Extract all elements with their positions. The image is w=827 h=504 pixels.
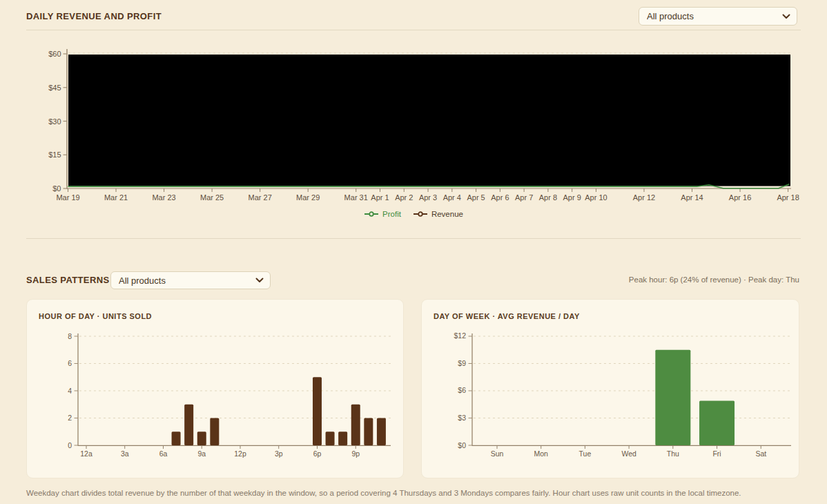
bar-hour-23 — [377, 418, 386, 446]
bar-hour-7 — [172, 432, 181, 445]
tick-label: Apr 3 — [419, 193, 437, 202]
day-of-week-card: DAY OF WEEK · AVG REVENUE / DAY $0$3$6$9… — [421, 299, 799, 478]
tick-label: Mar 31 — [344, 193, 368, 202]
chart-legend: Profit Revenue — [0, 210, 827, 218]
tick-label: $0 — [458, 441, 466, 449]
tick-label: $60 — [48, 50, 61, 58]
sales-patterns-title: SALES PATTERNS — [26, 275, 110, 285]
tick-label: 4 — [68, 387, 72, 395]
tick-label: 6p — [313, 449, 322, 458]
tick-label: $15 — [48, 151, 61, 159]
product-filter-sales[interactable]: All products — [110, 271, 271, 289]
tick-label: 6a — [159, 449, 168, 458]
page-title: DAILY REVENUE AND PROFIT — [26, 11, 162, 21]
peak-summary: Peak hour: 6p (24% of revenue) · Peak da… — [629, 275, 799, 284]
tick-label: Mar 29 — [296, 193, 320, 202]
tick-label: Mar 23 — [152, 193, 175, 202]
tick-label: 3p — [275, 449, 283, 458]
tick-label: Apr 5 — [467, 193, 485, 202]
legend-item-profit: Profit — [364, 210, 401, 218]
profit-line-marker-icon — [364, 211, 379, 217]
tick-label: Mar 27 — [249, 193, 272, 202]
tick-label: 9p — [351, 449, 360, 458]
daily-revenue-profit-chart: $0$15$30$45$60Mar 19Mar 21Mar 23Mar 25Ma… — [0, 35, 827, 206]
tick-label: Sun — [491, 449, 504, 458]
day-of-week-chart: $0$3$6$9$12SunMonTueWedThuFriSat — [422, 300, 799, 478]
tick-label: Mon — [534, 449, 548, 458]
tick-label: 3a — [121, 449, 129, 458]
tick-label: Apr 16 — [729, 193, 751, 202]
bar-fri — [699, 400, 734, 445]
tick-label: Apr 6 — [491, 193, 509, 202]
tick-label: Wed — [621, 449, 636, 458]
bar-hour-9 — [197, 432, 206, 445]
tick-label: Apr 7 — [515, 193, 533, 202]
tick-label: Mar 21 — [104, 193, 128, 202]
tick-label: Apr 12 — [633, 193, 655, 202]
legend-label-revenue: Revenue — [431, 210, 463, 218]
hour-of-day-card: HOUR OF DAY · UNITS SOLD 0246812a3a6a9a1… — [26, 299, 404, 478]
bar-hour-20 — [338, 432, 347, 445]
tick-label: Tue — [579, 449, 592, 458]
bar-hour-18 — [313, 377, 322, 445]
tick-label: Apr 8 — [539, 193, 557, 202]
plot-blackout-rect — [68, 55, 790, 186]
tick-label: Thu — [667, 449, 679, 458]
legend-item-revenue: Revenue — [413, 210, 463, 218]
tick-label: $30 — [48, 117, 61, 126]
tick-label: Mar 25 — [200, 193, 224, 202]
footer-note: Weekday chart divides total revenue by t… — [26, 489, 806, 497]
tick-label: 12p — [234, 449, 246, 458]
bar-hour-21 — [351, 405, 360, 445]
revenue-line-marker-icon — [413, 211, 428, 217]
tick-label: 12a — [80, 449, 93, 458]
tick-label: Apr 18 — [777, 193, 799, 202]
bar-hour-8 — [184, 405, 193, 445]
tick-label: Fri — [712, 449, 721, 458]
tick-label: 6 — [68, 359, 72, 367]
tick-label: $45 — [48, 84, 61, 92]
tick-label: Apr 14 — [681, 193, 703, 202]
tick-label: $0 — [52, 184, 61, 193]
header-divider — [26, 30, 801, 30]
tick-label: $3 — [458, 414, 466, 422]
bar-hour-19 — [326, 432, 335, 445]
tick-label: 8 — [68, 332, 72, 340]
bar-hour-22 — [364, 418, 373, 446]
bar-hour-10 — [210, 418, 219, 446]
tick-label: Apr 10 — [585, 193, 607, 202]
tick-label: $6 — [458, 386, 466, 394]
tick-label: Apr 2 — [395, 193, 413, 202]
legend-label-profit: Profit — [382, 210, 401, 218]
tick-label: 0 — [68, 441, 72, 449]
tick-label: Mar 19 — [56, 193, 79, 202]
tick-label: Sat — [755, 449, 766, 458]
bar-thu — [655, 350, 690, 445]
product-filter-top[interactable]: All products — [639, 7, 797, 26]
section-divider — [26, 238, 801, 239]
tick-label: $12 — [454, 331, 466, 340]
tick-label: Apr 1 — [371, 193, 389, 202]
tick-label: 9a — [197, 449, 206, 458]
product-filter-top-select[interactable]: All products — [639, 7, 797, 26]
tick-label: Apr 9 — [563, 193, 581, 202]
tick-label: Apr 4 — [443, 193, 461, 202]
tick-label: $9 — [458, 359, 466, 367]
product-filter-sales-select[interactable]: All products — [110, 271, 271, 289]
tick-label: 2 — [68, 414, 72, 422]
hour-of-day-chart: 0246812a3a6a9a12p3p6p9p — [27, 300, 403, 478]
